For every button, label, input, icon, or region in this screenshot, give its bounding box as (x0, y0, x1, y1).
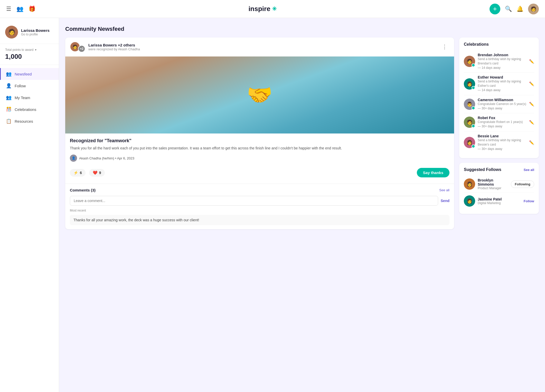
follow-item: 👩 Jasmine Patel Digital Marketing Follow (464, 193, 534, 209)
celeb-desc: Send a birthday wish by signing Esther's… (478, 79, 527, 92)
celeb-avatar: 👩 (464, 137, 475, 148)
sidebar-item-label: Follow (15, 84, 26, 88)
sidebar-profile-name: Larissa Bowers (21, 28, 50, 33)
reactions-left: ⚡ 6 ❤️ 9 (70, 169, 105, 177)
status-dot (472, 86, 475, 90)
celeb-name: Brendan Johnson (478, 53, 527, 57)
celebration-item: 👩 Esther Howard Send a birthday wish by … (464, 73, 534, 95)
celeb-desc: Send a birthday wish by signing Brendan'… (478, 57, 527, 70)
celeb-desc: Congratulate Cameron on 5 year(s) — 30+ … (478, 102, 527, 111)
add-button[interactable]: + (490, 4, 500, 14)
sidebar-navigation: 👥 Newsfeed 👤 Follow 👥 My Team 🎊 Celebrat… (0, 65, 59, 130)
celeb-edit-button[interactable]: ✏️ (529, 59, 534, 64)
comments-see-all[interactable]: See all (439, 188, 449, 192)
celeb-info: Robet Fox Congratulate Robert on 1 year(… (478, 116, 527, 129)
post-more-button[interactable]: ⋮ (440, 43, 449, 51)
celeb-edit-button[interactable]: ✏️ (529, 102, 534, 107)
sidebar-item-celebrations[interactable]: 🎊 Celebrations (0, 103, 59, 115)
bolt-count: 6 (80, 171, 82, 175)
people-icon[interactable]: 👥 (16, 6, 23, 12)
celebrations-title: Celebrations (464, 42, 534, 47)
suggested-follows-see-all[interactable]: See all (524, 168, 534, 172)
heart-reaction-button[interactable]: ❤️ 9 (89, 169, 105, 177)
post-image: 🤝 (65, 56, 454, 133)
topnav-left: ☰ 👥 🎁 (6, 6, 35, 12)
celeb-avatar: 👨 (464, 99, 475, 110)
recognition-text: Thank you for all the hard work each of … (70, 146, 449, 151)
post-authors: Larissa Bowers +2 others (88, 43, 140, 47)
comment-input[interactable] (70, 196, 438, 206)
celeb-edit-button[interactable]: ✏️ (529, 140, 534, 145)
celeb-name: Bessie Lane (478, 134, 527, 138)
sidebar-item-myteam[interactable]: 👥 My Team (0, 92, 59, 103)
gift-icon[interactable]: 🎁 (29, 6, 35, 12)
menu-icon[interactable]: ☰ (6, 6, 11, 12)
suggested-follows-title: Suggested Follows (464, 167, 501, 172)
sidebar-item-resources[interactable]: 📋 Resources (0, 115, 59, 127)
topnav-right: + 🔍 🔔 🧑 (490, 4, 539, 14)
sidebar-item-follow[interactable]: 👤 Follow (0, 80, 59, 92)
post-card: 🧑 +2 Larissa Bowers +2 others were recog… (65, 37, 454, 229)
celeb-edit-button[interactable]: ✏️ (529, 120, 534, 125)
comment-item: Thanks for all your amazing work, the de… (70, 215, 449, 225)
follow-item: 👩 Brooklyn Simmons Product Manager Follo… (464, 176, 534, 193)
post-header: 🧑 +2 Larissa Bowers +2 others were recog… (65, 37, 454, 56)
dropdown-icon[interactable]: ▾ (35, 48, 36, 52)
points-label: Total points to award ▾ (5, 48, 54, 52)
follow-info: Brooklyn Simmons Product Manager (478, 178, 508, 190)
sidebar-points: Total points to award ▾ 1,000 (0, 44, 59, 65)
post-avatar-badge: +2 (78, 45, 85, 52)
recognition-title: Recognized for "Teamwork" (70, 138, 449, 144)
resources-icon: 📋 (6, 118, 12, 124)
search-icon[interactable]: 🔍 (505, 6, 512, 12)
heart-icon: ❤️ (93, 170, 98, 175)
sidebar-profile[interactable]: 🧑 Larissa Bowers Go to profile (0, 23, 59, 44)
bell-icon[interactable]: 🔔 (516, 6, 523, 12)
status-dot (472, 124, 475, 128)
celeb-info: Esther Howard Send a birthday wish by si… (478, 75, 527, 92)
hands-image: 🤝 (65, 56, 454, 133)
points-value: 1,000 (5, 53, 54, 61)
sidebar-item-label: Celebrations (15, 107, 36, 112)
follow-button[interactable]: Follow (524, 199, 534, 203)
sidebar-profile-info: Larissa Bowers Go to profile (21, 28, 50, 36)
celeb-info: Bessie Lane Send a birthday wish by sign… (478, 134, 527, 151)
celeb-avatar: 👩 (464, 78, 475, 90)
page-title: Community Newsfeed (65, 26, 539, 32)
comment-send-button[interactable]: Send (441, 199, 449, 203)
celeb-edit-button[interactable]: ✏️ (529, 81, 534, 86)
suggested-follows-card: Suggested Follows See all 👩 Brooklyn Sim… (459, 163, 539, 214)
post-action: were recognized by Akash Chadha (88, 47, 140, 51)
follow-role: Product Manager (478, 186, 508, 190)
celeb-avatar: 🧑 (464, 117, 475, 128)
sidebar-item-label: Resources (15, 119, 33, 123)
app-layout: 🧑 Larissa Bowers Go to profile Total poi… (0, 18, 545, 392)
comment-input-row: Send (70, 196, 449, 206)
celeb-desc: Congratulate Robert on 1 year(s) — 30+ d… (478, 120, 527, 129)
status-dot (472, 106, 475, 110)
comments-header: Comments (3) See all (70, 188, 449, 192)
celeb-info: Brendan Johnson Send a birthday wish by … (478, 53, 527, 70)
status-dot (472, 63, 475, 67)
user-avatar[interactable]: 🧑 (528, 4, 539, 14)
celeb-name: Esther Howard (478, 75, 527, 79)
sidebar-profile-link[interactable]: Go to profile (21, 33, 50, 36)
sidebar-item-label: Newsfeed (15, 72, 32, 76)
sidebar-avatar: 🧑 (5, 26, 18, 39)
bolt-icon: ⚡ (73, 170, 78, 175)
celebration-item: 👨 Cameron Williamson Congratulate Camero… (464, 95, 534, 113)
celeb-name: Robet Fox (478, 116, 527, 120)
main-content: Community Newsfeed 🧑 +2 Larissa Bowers +… (59, 18, 545, 392)
bolt-reaction-button[interactable]: ⚡ 6 (70, 169, 86, 177)
following-button[interactable]: Following (511, 180, 534, 188)
comment-sort: Most recent (70, 209, 449, 212)
post-body: Recognized for "Teamwork" Thank you for … (65, 133, 454, 184)
logo-symbol: ✳ (272, 6, 277, 12)
celebrations-icon: 🎊 (6, 107, 12, 112)
post-author: 👤 Akash Chadha (he/him) • Apr 6, 2023 (70, 155, 449, 162)
celeb-avatar: 🧑 (464, 56, 475, 67)
logo-text: inspire (248, 5, 270, 13)
sidebar-item-newsfeed[interactable]: 👥 Newsfeed (0, 68, 59, 80)
say-thanks-button[interactable]: Say thanks (417, 168, 449, 177)
celeb-info: Cameron Williamson Congratulate Cameron … (478, 98, 527, 111)
